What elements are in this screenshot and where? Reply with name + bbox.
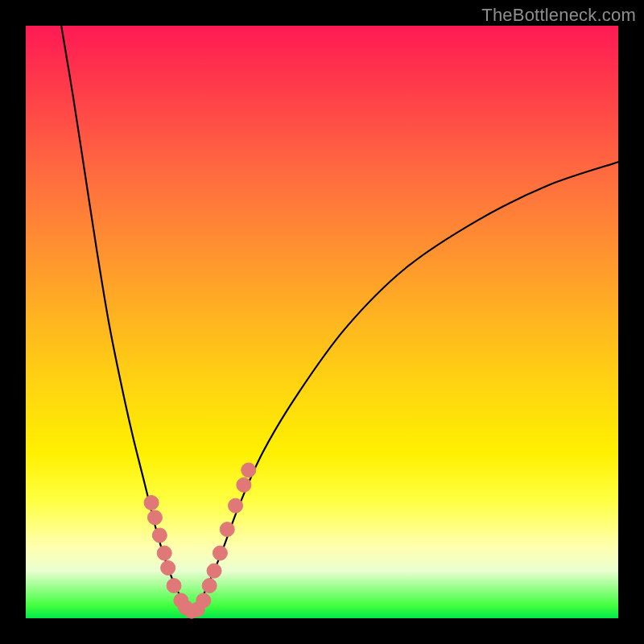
scatter-dot	[202, 579, 217, 593]
scatter-dot	[147, 510, 162, 525]
scatter-dot	[157, 546, 171, 560]
scatter-dot	[220, 522, 234, 537]
scatter-dot	[207, 564, 221, 578]
curve-left	[61, 26, 192, 613]
scatter-dot	[152, 528, 167, 543]
scatter-dot	[237, 477, 251, 492]
curve-right	[192, 162, 618, 612]
outer-frame: TheBottleneck.com	[0, 0, 644, 644]
scatter-dot	[229, 498, 243, 513]
watermark-text: TheBottleneck.com	[481, 5, 636, 26]
scatter-dot	[161, 560, 175, 575]
scatter-dots	[144, 463, 256, 618]
scatter-dot	[167, 579, 181, 593]
scatter-dot	[144, 495, 159, 510]
scatter-dot	[213, 546, 227, 560]
scatter-dot	[196, 593, 211, 608]
scatter-dot	[242, 463, 256, 477]
curve-svg	[26, 26, 618, 618]
